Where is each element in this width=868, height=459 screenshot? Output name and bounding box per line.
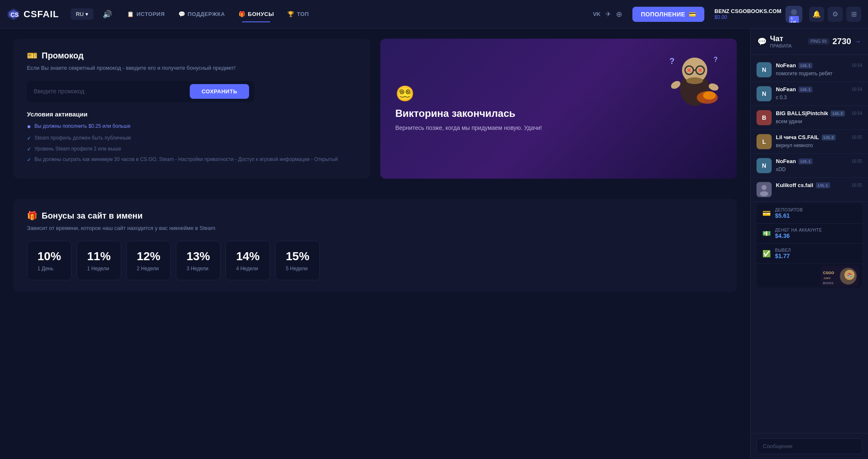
- support-icon: 💬: [178, 11, 186, 17]
- svg-point-15: [686, 77, 703, 84]
- chat-count-area: PING 99 2730 →: [808, 37, 861, 46]
- chat-messages[interactable]: N NoFean LVL 1 16:54 помогите поднять ре…: [751, 55, 868, 433]
- chat-message-1: N NoFean LVL 1 16:54 с 0.3: [751, 82, 868, 106]
- quiz-desc: Вернитесь позже, когда мы придумаем нову…: [396, 124, 542, 132]
- svg-point-4: [791, 9, 797, 15]
- vk-icon[interactable]: VK: [593, 11, 600, 17]
- chevron-down-icon: ▾: [85, 11, 88, 17]
- quiz-title: Викторина закончилась: [396, 108, 515, 119]
- svg-text:.com: .com: [823, 276, 831, 280]
- promo-title: 🎫 Промокод: [27, 50, 357, 61]
- svg-text:CSGO: CSGO: [823, 271, 834, 275]
- telegram-icon[interactable]: ✈: [605, 10, 611, 18]
- quiz-character: ? ?: [661, 43, 728, 110]
- svg-point-24: [760, 191, 768, 196]
- promo-input[interactable]: [32, 84, 185, 98]
- chat-message-0: N NoFean LVL 1 16:54 помогите поднять ре…: [751, 58, 868, 82]
- condition-item-3: ✓ Уровень Steam профиля 2 или выше: [27, 145, 357, 153]
- user-avatar[interactable]: 1 LVL: [786, 6, 802, 23]
- nav-label-top: ТОП: [297, 11, 309, 17]
- language-label: RU: [76, 11, 84, 17]
- main-nav: 📋 ИСТОРИЯ 💬 ПОДДЕРЖКА 🎁 БОНУСЫ 🏆 ТОП: [121, 8, 583, 21]
- svg-text:CS: CS: [11, 11, 19, 18]
- chat-bubble-icon: 💬: [757, 37, 767, 46]
- nav-item-bonuses[interactable]: 🎁 БОНУСЫ: [233, 8, 280, 21]
- condition-item-1: ● Вы должны пополнить $0.25 или больше: [27, 123, 357, 131]
- bonus-label-3: 3 Недели: [186, 266, 208, 272]
- bonus-card-0: 10% 1 День: [27, 241, 72, 280]
- nav-label-history: ИСТОРИЯ: [137, 11, 165, 17]
- bonus-percent-4: 14%: [236, 250, 260, 263]
- bonus-label-5: 5 Недели: [286, 266, 308, 272]
- msg-name-4: NoFean: [776, 158, 796, 164]
- social-links: VK ✈ ⊕: [593, 10, 622, 19]
- msg-body-0: NoFean LVL 1 16:54 помогите поднять ребя…: [776, 62, 862, 77]
- check-icon-1: ✓: [27, 135, 31, 142]
- msg-text-4: xDD: [776, 166, 862, 173]
- bonus-card-1: 11% 1 Недели: [77, 241, 121, 280]
- msg-avatar-4: N: [757, 158, 772, 173]
- discord-icon[interactable]: ⊕: [616, 10, 622, 19]
- deposit-icon: 💳: [689, 11, 696, 18]
- top-icon: 🏆: [287, 11, 295, 17]
- msg-time-0: 16:54: [852, 63, 862, 68]
- bonus-percent-1: 11%: [87, 250, 111, 263]
- nav-label-support: ПОДДЕРЖКА: [188, 11, 225, 17]
- money-value: $4.36: [775, 232, 822, 239]
- msg-name-5: Kulikoff cs.fail: [776, 182, 813, 188]
- ping-badge: PING 99: [808, 38, 829, 45]
- history-icon: 📋: [127, 11, 134, 17]
- msg-text-2: всем удачи: [776, 118, 862, 125]
- language-button[interactable]: RU ▾: [71, 8, 93, 20]
- quiz-icon: 😵‍💫: [396, 85, 414, 103]
- svg-point-17: [708, 82, 719, 92]
- msg-name-0: NoFean: [776, 62, 796, 69]
- msg-time-3: 16:55: [852, 135, 862, 140]
- save-promo-button[interactable]: СОХРАНИТЬ: [190, 84, 249, 99]
- svg-text:BOOKS: BOOKS: [823, 282, 833, 285]
- bonuses-title: 🎁 Бонусы за сайт в имени: [27, 211, 723, 221]
- money-label: ДЕНЕГ НА АККАУНТЕ: [775, 228, 822, 232]
- promo-input-row: СОХРАНИТЬ: [27, 81, 254, 102]
- msg-lvl-4: LVL 1: [799, 158, 813, 164]
- svg-text:?: ?: [669, 56, 674, 66]
- nav-item-history[interactable]: 📋 ИСТОРИЯ: [121, 8, 171, 21]
- msg-name-1: NoFean: [776, 86, 796, 92]
- msg-avatar-1: N: [757, 86, 772, 101]
- promo-section: 🎫 Промокод Если Вы знаете секретный пром…: [13, 39, 370, 179]
- promo-desc: Если Вы знаете секретный промокод - введ…: [27, 64, 357, 72]
- chat-rules-label[interactable]: ПРАВИЛА: [770, 43, 792, 48]
- svg-point-23: [762, 185, 767, 190]
- bonuses-icon: 🎁: [27, 211, 37, 221]
- nav-item-top[interactable]: 🏆 ТОП: [281, 8, 315, 21]
- stat-money: 💵 ДЕНЕГ НА АККАУНТЕ $4.36: [757, 224, 862, 244]
- chat-message-5: Kulikoff cs.fail LVL 1 16:55: [751, 178, 868, 202]
- header-icons: 🔔 ⚙ ⊞: [809, 7, 861, 22]
- nav-item-support[interactable]: 💬 ПОДДЕРЖКА: [173, 8, 231, 21]
- notifications-button[interactable]: 🔔: [809, 7, 824, 22]
- content-area: 🎫 Промокод Если Вы знаете секретный пром…: [0, 29, 750, 459]
- more-button[interactable]: ⊞: [846, 7, 861, 22]
- chat-expand-arrow[interactable]: →: [855, 38, 861, 45]
- settings-button[interactable]: ⚙: [828, 7, 843, 22]
- volume-icon: 🔊: [103, 10, 112, 18]
- msg-avatar-5: [757, 182, 772, 197]
- msg-body-4: NoFean LVL 1 16:55 xDD: [776, 158, 862, 173]
- header: CS CSFAIL RU ▾ 🔊 📋 ИСТОРИЯ 💬 ПОДДЕРЖКА 🎁…: [0, 0, 868, 29]
- svg-point-19: [703, 91, 716, 100]
- svg-text:📚: 📚: [847, 272, 852, 278]
- chat-message-input[interactable]: [757, 438, 862, 454]
- deposit-button[interactable]: ПОПОЛНЕНИЕ 💳: [632, 7, 704, 22]
- withdraw-label: ВЫВЕЛ: [775, 248, 791, 253]
- chat-input-area: [751, 433, 868, 459]
- nav-label-bonuses: БОНУСЫ: [248, 11, 274, 17]
- volume-button[interactable]: 🔊: [103, 10, 112, 19]
- msg-body-3: Lil чича CS.FAIL LVL 2 16:55 вернул немн…: [776, 134, 862, 149]
- logo[interactable]: CS CSFAIL: [7, 8, 59, 21]
- withdraw-stat-icon: ✅: [762, 250, 771, 258]
- msg-avatar-3: L: [757, 134, 772, 149]
- money-stat-icon: 💵: [762, 230, 771, 237]
- check-icon-2: ✓: [27, 146, 31, 153]
- chat-sidebar: 💬 Чат ПРАВИЛА PING 99 2730 → N NoFean: [750, 29, 868, 459]
- svg-text:?: ?: [714, 56, 718, 63]
